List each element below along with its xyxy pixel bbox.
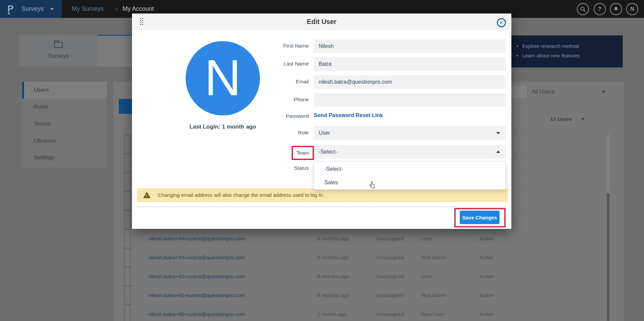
drag-handle-icon[interactable]: [140, 18, 141, 19]
sidebar-item-settings[interactable]: Settings: [22, 149, 107, 166]
last-login-cell: 9 months ago: [317, 248, 349, 267]
user-email-link[interactable]: nilesh.batra+94+cctest@questionpro.com: [149, 229, 245, 248]
chevron-down-icon: [50, 8, 54, 10]
role-select[interactable]: User: [314, 126, 506, 140]
last-name-field[interactable]: [314, 57, 506, 71]
table-row: nilesh.batra+93+cctest@questionpro.com 9…: [113, 248, 624, 267]
scrollbar-thumb[interactable]: [607, 193, 610, 321]
team-selected-value: -Select-: [319, 149, 337, 155]
mouse-cursor-icon: [368, 181, 376, 190]
help-icon[interactable]: ?: [594, 3, 606, 15]
table-row: nilesh.batra+92+cctest@questionpro.com 8…: [113, 267, 624, 286]
sidebar-item-users[interactable]: Users: [22, 82, 107, 99]
team-select[interactable]: -Select-: [314, 145, 506, 159]
role-cell: Test admin: [421, 286, 446, 305]
product-name[interactable]: Surveys: [22, 0, 44, 18]
team-cell: Unassigned: [376, 267, 404, 286]
tab-surveys[interactable]: Surveys: [19, 35, 98, 66]
user-email-link[interactable]: nilesh.batra+92+cctest@questionpro.com: [149, 267, 245, 286]
status-cell: Active: [479, 229, 493, 248]
row-checkbox[interactable]: [124, 154, 131, 172]
status-cell: Active: [479, 267, 493, 286]
table-row: nilesh.batra+90+cctest@questionpro.com 1…: [113, 304, 624, 321]
password-label: Password: [265, 113, 309, 119]
last-name-label: Last Name: [265, 61, 309, 67]
chevron-down-icon: [581, 118, 585, 120]
last-login-cell: 1 month ago: [317, 305, 346, 321]
warning-exclamation: !: [146, 194, 147, 198]
first-name-label: First Name: [265, 43, 309, 49]
team-option-select[interactable]: -Select-: [314, 163, 505, 176]
role-cell: User: [421, 229, 432, 248]
row-checkbox[interactable]: [124, 135, 131, 154]
row-checkbox[interactable]: [124, 267, 131, 286]
chevron-down-icon: [601, 91, 606, 93]
row-checkbox[interactable]: [124, 305, 131, 321]
team-dropdown-panel: -Select- Sales: [314, 161, 506, 190]
role-selected-value: User: [319, 130, 330, 136]
save-changes-button[interactable]: Save Changes: [460, 211, 500, 224]
user-count-label[interactable]: 17 Users: [550, 116, 572, 122]
phone-field[interactable]: [314, 93, 506, 107]
close-icon[interactable]: ✕: [497, 18, 506, 27]
row-checkbox[interactable]: [124, 229, 131, 248]
last-login-cell: 8 months ago: [317, 267, 349, 286]
sidebar-item-libraries[interactable]: Libraries: [22, 132, 107, 149]
tip-link-research[interactable]: Explore research method: [516, 42, 623, 51]
tab-surveys-label: Surveys: [19, 53, 98, 59]
search-icon[interactable]: [577, 3, 589, 15]
email-label: Email: [265, 79, 309, 85]
sidebar-item-teams[interactable]: Teams: [22, 115, 107, 132]
user-avatar-large: N: [186, 41, 260, 115]
team-cell: Unassigned: [376, 248, 404, 267]
modal-title: Edit User: [132, 14, 511, 30]
user-email-link[interactable]: nilesh.batra+91+cctest@questionpro.com: [149, 286, 245, 305]
folder-icon: [54, 42, 63, 48]
role-cell: Test admin: [421, 248, 446, 267]
row-checkbox[interactable]: [124, 248, 131, 267]
tip-link-features[interactable]: Learn about new features: [516, 51, 623, 60]
status-cell: Active: [479, 248, 493, 267]
status-cell: Active: [479, 286, 493, 305]
breadcrumb-my-surveys[interactable]: My Surveys: [72, 0, 104, 18]
user-filter-dropdown[interactable]: All Users: [532, 85, 644, 98]
notifications-bell-icon[interactable]: [610, 3, 622, 15]
team-option-sales[interactable]: Sales: [314, 176, 505, 189]
status-cell: Active: [479, 305, 493, 321]
breadcrumb-separator: >: [115, 0, 118, 18]
row-checkbox[interactable]: [124, 172, 131, 191]
questionpro-logo-dot: [8, 12, 10, 14]
password-reset-link[interactable]: Send Password Reset Link: [314, 112, 383, 118]
chevron-down-icon: [496, 132, 500, 134]
row-checkbox[interactable]: [124, 191, 131, 210]
email-change-warning: ! Changing email address will also chang…: [137, 188, 508, 202]
modal-header: Edit User ✕: [132, 14, 511, 30]
team-label-highlighted: Team: [292, 146, 314, 160]
role-label: Role: [265, 130, 309, 136]
team-cell: Unassigned: [376, 229, 404, 248]
team-cell: Unassigned: [376, 286, 404, 305]
tips-panel: Explore research method Learn about new …: [503, 35, 623, 68]
user-email-link[interactable]: nilesh.batra+93+cctest@questionpro.com: [149, 248, 245, 267]
row-checkbox[interactable]: [124, 286, 131, 305]
user-email-link[interactable]: nilesh.batra+90+cctest@questionpro.com: [149, 305, 245, 321]
table-row: nilesh.batra+94+cctest@questionpro.com 4…: [113, 229, 624, 248]
row-checkbox[interactable]: [124, 210, 131, 229]
footer-divider: [137, 207, 506, 207]
last-login-cell: 4 months ago: [317, 229, 349, 248]
product-switcher[interactable]: P Surveys: [0, 0, 62, 18]
status-label: Status: [265, 165, 309, 171]
phone-label: Phone: [265, 97, 309, 103]
role-cell: User: [421, 267, 432, 286]
table-row: nilesh.batra+91+cctest@questionpro.com 8…: [113, 286, 624, 304]
email-field[interactable]: [314, 75, 506, 89]
warning-text: Changing email address will also change …: [158, 188, 324, 202]
edit-user-modal: Edit User ✕ N Last Login: 1 month ago Fi…: [132, 14, 511, 229]
team-cell: Unassigned: [376, 305, 404, 321]
last-login-cell: 8 months ago: [317, 286, 349, 305]
role-cell: New User: [421, 305, 444, 321]
sidebar-item-roles[interactable]: Roles: [22, 99, 107, 115]
chevron-up-icon: [496, 151, 500, 153]
first-name-field[interactable]: [314, 39, 506, 53]
user-avatar[interactable]: N: [626, 3, 638, 15]
